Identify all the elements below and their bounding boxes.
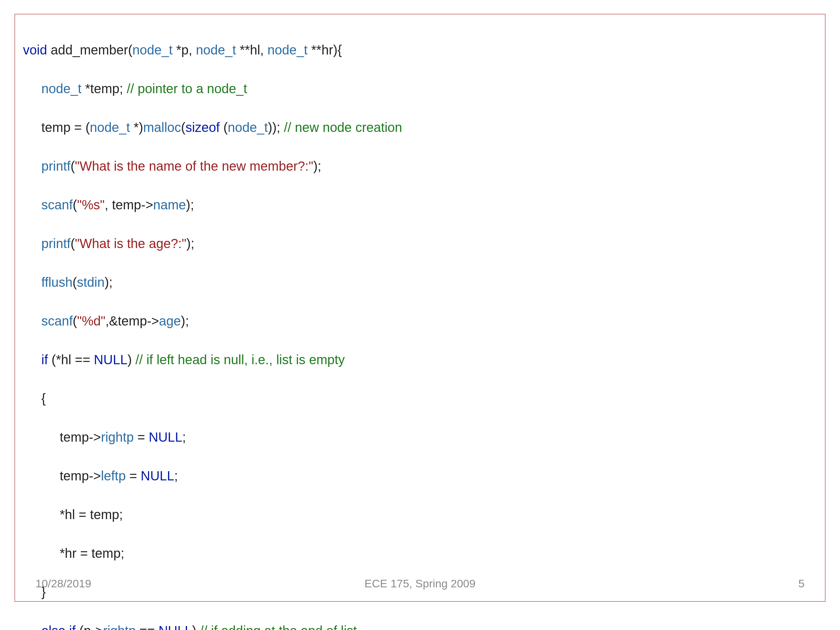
- string-literal: "What is the name of the new member?:": [75, 159, 313, 173]
- code-line: {: [23, 389, 817, 408]
- fn-malloc: malloc: [143, 120, 181, 134]
- code-line: scanf("%d",&temp->age);: [23, 311, 817, 331]
- code-line: node_t *temp; // pointer to a node_t: [23, 79, 817, 98]
- member-leftp: leftp: [101, 469, 126, 483]
- fn-printf: printf: [41, 159, 71, 173]
- code-line: scanf("%s", temp->name);: [23, 195, 817, 215]
- code-line: printf("What is the name of the new memb…: [23, 156, 817, 176]
- code-line: *hl = temp;: [23, 505, 817, 524]
- code-line: temp = (node_t *)malloc(sizeof (node_t))…: [23, 118, 817, 137]
- comment: // if adding at the end of list: [200, 624, 357, 630]
- slide: void add_member(node_t *p, node_t **hl, …: [0, 0, 840, 630]
- string-literal: "%s": [77, 197, 105, 212]
- footer-course: ECE 175, Spring 2009: [30, 577, 810, 590]
- code-line: fflush(stdin);: [23, 273, 817, 292]
- code-block: void add_member(node_t *p, node_t **hl, …: [23, 21, 817, 630]
- id-stdin: stdin: [77, 275, 105, 289]
- code-line: temp->rightp = NULL;: [23, 428, 817, 447]
- code-line: temp->leftp = NULL;: [23, 466, 817, 486]
- member-name: name: [153, 197, 186, 212]
- footer-page: 5: [798, 577, 805, 590]
- keyword-else-if: else if: [41, 624, 76, 630]
- code-line: *hr = temp;: [23, 544, 817, 563]
- null-literal: NULL: [94, 352, 127, 367]
- keyword-void: void: [23, 43, 47, 57]
- keyword-if: if: [41, 352, 48, 367]
- fn-scanf: scanf: [41, 197, 73, 212]
- comment: // pointer to a node_t: [127, 81, 247, 96]
- code-line: if (*hl == NULL) // if left head is null…: [23, 350, 817, 369]
- type-node_t: node_t: [133, 43, 172, 57]
- code-line: else if (p->rightp == NULL) // if adding…: [23, 621, 817, 630]
- code-frame: void add_member(node_t *p, node_t **hl, …: [14, 14, 826, 602]
- code-line: void add_member(node_t *p, node_t **hl, …: [23, 40, 817, 60]
- comment: // if left head is null, i.e., list is e…: [136, 352, 345, 367]
- fn-fflush: fflush: [41, 275, 73, 289]
- member-age: age: [159, 314, 181, 328]
- member-rightp: rightp: [101, 430, 134, 444]
- keyword-sizeof: sizeof: [185, 120, 220, 134]
- comment: // new node creation: [284, 120, 402, 134]
- slide-footer: 10/28/2019 ECE 175, Spring 2009 5: [30, 573, 810, 590]
- fn-name: add_member: [51, 43, 128, 57]
- code-line: printf("What is the age?:");: [23, 234, 817, 253]
